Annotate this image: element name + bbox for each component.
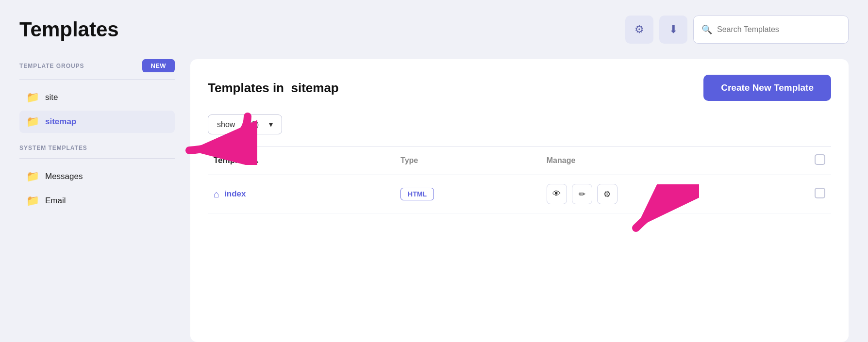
- download-icon: ⬇: [669, 23, 678, 36]
- table-row: ⌂ index HTML 👁: [208, 175, 831, 213]
- header-actions: ⚙ ⬇ 🔍: [625, 16, 849, 44]
- folder-icon-sitemap: 📁: [26, 115, 39, 128]
- template-table: Template ▲ Type Manage ⌂: [208, 146, 831, 213]
- search-input[interactable]: [717, 25, 840, 34]
- th-type: Type: [395, 147, 541, 175]
- main-panel: Templates in sitemap Create New Template…: [190, 59, 849, 342]
- table-header-row: Template ▲ Type Manage: [208, 147, 831, 175]
- template-name-cell: ⌂ index: [208, 175, 395, 213]
- sidebar-item-label-sitemap: sitemap: [45, 117, 76, 127]
- page-title: Templates: [19, 18, 119, 41]
- sidebar-item-label-messages: Messages: [45, 172, 83, 181]
- gear-icon: ⚙: [634, 23, 644, 36]
- panel-title-prefix: Templates in: [208, 81, 284, 95]
- type-badge: HTML: [401, 188, 434, 200]
- sidebar-divider-2: [19, 158, 175, 159]
- settings-row-button[interactable]: ⚙: [597, 184, 618, 204]
- manage-cell: 👁 ✏ ⚙: [541, 175, 808, 213]
- panel-header: Templates in sitemap Create New Template: [208, 75, 831, 101]
- settings-button[interactable]: ⚙: [625, 16, 653, 44]
- th-template: Template ▲: [208, 147, 395, 175]
- sidebar-item-label-site: site: [45, 93, 58, 102]
- sidebar-item-email[interactable]: 📁 Email: [19, 190, 175, 212]
- top-header: Templates ⚙ ⬇ 🔍: [19, 16, 849, 44]
- create-new-template-button[interactable]: Create New Template: [703, 75, 831, 101]
- sidebar-divider-1: [19, 79, 175, 80]
- sort-arrow-icon: ▲: [253, 157, 260, 164]
- header-checkbox[interactable]: [815, 154, 825, 165]
- folder-icon-site: 📁: [26, 91, 39, 104]
- folder-icon-email: 📁: [26, 195, 39, 207]
- sidebar-item-messages[interactable]: 📁 Messages: [19, 165, 175, 188]
- template-groups-title: TEMPLATE GROUPS: [19, 63, 84, 69]
- download-button[interactable]: ⬇: [659, 16, 687, 44]
- template-link-index[interactable]: index: [224, 189, 246, 199]
- th-checkbox: [808, 147, 831, 175]
- template-groups-header: TEMPLATE GROUPS NEW: [19, 59, 175, 72]
- show-count: (25): [245, 120, 259, 129]
- search-box: 🔍: [693, 16, 849, 44]
- th-manage: Manage: [541, 147, 808, 175]
- sidebar-item-site[interactable]: 📁 site: [19, 86, 175, 109]
- type-cell: HTML: [395, 175, 541, 213]
- eye-icon: 👁: [552, 189, 561, 199]
- home-icon: ⌂: [214, 189, 219, 200]
- panel-title-group: sitemap: [291, 81, 338, 95]
- sidebar-item-label-email: Email: [45, 196, 66, 206]
- new-group-button[interactable]: NEW: [142, 59, 175, 72]
- main-content: TEMPLATE GROUPS NEW 📁 site 📁 sitemap SYS…: [19, 59, 849, 342]
- edit-button[interactable]: ✏: [572, 184, 592, 204]
- sidebar-item-sitemap[interactable]: 📁 sitemap: [19, 111, 175, 133]
- folder-icon-messages: 📁: [26, 170, 39, 183]
- chevron-down-icon: ▾: [269, 120, 273, 129]
- pencil-icon: ✏: [579, 189, 585, 199]
- view-button[interactable]: 👁: [547, 184, 567, 204]
- sidebar: TEMPLATE GROUPS NEW 📁 site 📁 sitemap SYS…: [19, 59, 175, 342]
- show-label: show: [217, 120, 235, 129]
- show-dropdown[interactable]: show (25) ▾: [208, 114, 282, 134]
- panel-title: Templates in sitemap: [208, 81, 339, 96]
- row-checkbox-cell: [808, 175, 831, 213]
- system-templates-title: SYSTEM TEMPLATES: [19, 145, 175, 151]
- gear-row-icon: ⚙: [603, 189, 611, 199]
- row-checkbox[interactable]: [815, 188, 825, 198]
- search-icon: 🔍: [701, 24, 712, 35]
